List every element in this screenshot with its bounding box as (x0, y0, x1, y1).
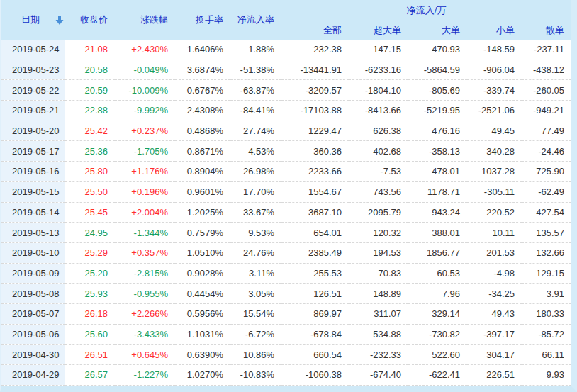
cell-close: 25.93 (65, 284, 115, 304)
cell-all: 2234.87 (281, 385, 349, 392)
table-row[interactable]: 2019-05-21 22.88 -9.992% 2.4308% -84.41%… (1, 101, 571, 121)
table-row[interactable]: 2019-05-23 20.58 -0.049% 3.6874% -51.38%… (1, 60, 571, 80)
cell-large: 980.83 (408, 385, 467, 392)
column-header-date[interactable]: 日期 (1, 0, 65, 40)
column-header-turnover[interactable]: 换手率 (175, 0, 230, 40)
cell-large: 943.24 (408, 202, 467, 223)
cell-inflow-rate: 24.66% (230, 385, 281, 392)
cell-close: 25.50 (65, 181, 115, 202)
fund-flow-panel: 日期 收盘价 涨跌幅 换手率 净流入率 净流入/万 全部 超大单 大单 小单 散… (0, 0, 577, 392)
column-header-super-large[interactable]: 超大单 (349, 21, 408, 40)
column-header-retail[interactable]: 散单 (522, 21, 571, 40)
cell-super-large: 534.88 (349, 324, 408, 345)
cell-turnover: 1.0270% (175, 365, 230, 386)
cell-change: +0.237% (115, 121, 175, 141)
column-header-change[interactable]: 涨跌幅 (115, 0, 175, 40)
cell-super-large: -1804.10 (349, 80, 408, 101)
cell-change: -0.955% (115, 284, 175, 304)
cell-small: -2521.06 (467, 101, 522, 121)
cell-change: -1.227% (115, 365, 175, 386)
cell-retail: 180.33 (522, 303, 571, 324)
column-header-all[interactable]: 全部 (281, 21, 349, 40)
cell-all: 869.97 (281, 303, 349, 324)
cell-retail: 77.49 (522, 121, 571, 141)
cell-close: 26.18 (65, 303, 115, 324)
cell-turnover: 0.9028% (175, 263, 230, 284)
table-row[interactable]: 2019-05-16 25.80 +1.176% 0.8904% 26.98% … (1, 162, 571, 182)
cell-super-large: 1173.12 (349, 385, 408, 392)
cell-inflow-rate: 4.53% (230, 141, 281, 162)
cell-small: 304.17 (467, 345, 522, 365)
cell-turnover: 1.6406% (175, 40, 230, 60)
table-row[interactable]: 2019-05-20 25.42 +0.237% 0.4868% 27.74% … (1, 121, 571, 141)
column-header-inflow-rate[interactable]: 净流入率 (230, 0, 281, 40)
cell-turnover: 3.6874% (175, 60, 230, 80)
cell-small: 340.28 (467, 141, 522, 162)
table-header: 日期 收盘价 涨跌幅 换手率 净流入率 净流入/万 全部 超大单 大单 小单 散… (1, 0, 571, 40)
table-row[interactable]: 2019-05-09 25.20 -2.815% 0.9028% 3.11% 2… (1, 263, 571, 284)
table-row[interactable]: 2019-05-07 26.18 +2.266% 0.5956% 15.54% … (1, 303, 571, 324)
table-row[interactable]: 2019-05-10 25.29 +0.357% 1.0510% 24.76% … (1, 242, 571, 263)
table-row[interactable]: 2019-05-06 25.60 -3.433% 1.1031% -6.72% … (1, 324, 571, 345)
sort-descending-icon[interactable] (55, 16, 64, 25)
cell-large: 7.96 (408, 284, 467, 304)
cell-retail: 66.11 (522, 345, 571, 365)
cell-inflow-rate: 3.05% (230, 284, 281, 304)
cell-retail: -24.46 (522, 141, 571, 162)
cell-retail: 3.91 (522, 284, 571, 304)
cell-change: -1.705% (115, 141, 175, 162)
cell-change: +1.701% (115, 385, 175, 392)
cell-close: 25.20 (65, 263, 115, 284)
table-row[interactable]: 2019-05-14 25.45 +2.004% 1.2025% 33.67% … (1, 202, 571, 223)
cell-all: 232.38 (281, 40, 349, 60)
cell-retail: -86.63 (522, 385, 571, 392)
column-header-close[interactable]: 收盘价 (65, 0, 115, 40)
cell-turnover: 0.4868% (175, 121, 230, 141)
cell-date: 2019-05-06 (1, 324, 65, 345)
cell-small: -397.17 (467, 324, 522, 345)
cell-change: -2.815% (115, 263, 175, 284)
cell-inflow-rate: 9.53% (230, 223, 281, 243)
table-row[interactable]: 2019-05-13 24.95 -1.344% 0.7579% 9.53% 6… (1, 223, 571, 243)
table-row[interactable]: 2019-04-26 26.90 +1.701% 0.9481% 24.66% … (1, 385, 571, 392)
cell-turnover: 0.5956% (175, 303, 230, 324)
cell-inflow-rate: -51.38% (230, 60, 281, 80)
cell-change: -1.344% (115, 223, 175, 243)
cell-small: -148.59 (467, 40, 522, 60)
cell-date: 2019-05-24 (1, 40, 65, 60)
cell-small: 201.53 (467, 242, 522, 263)
fund-flow-table-container: 日期 收盘价 涨跌幅 换手率 净流入率 净流入/万 全部 超大单 大单 小单 散… (1, 0, 571, 386)
cell-small: -4.98 (467, 263, 522, 284)
cell-small: 220.52 (467, 202, 522, 223)
cell-turnover: 0.7579% (175, 223, 230, 243)
cell-small: 167.55 (467, 385, 522, 392)
cell-retail: -260.05 (522, 80, 571, 101)
column-header-large[interactable]: 大单 (408, 21, 467, 40)
cell-small: 226.51 (467, 365, 522, 386)
table-row[interactable]: 2019-05-15 25.50 +0.196% 0.9601% 17.70% … (1, 181, 571, 202)
column-header-date-label: 日期 (21, 13, 40, 26)
cell-close: 24.95 (65, 223, 115, 243)
cell-change: +0.196% (115, 181, 175, 202)
cell-change: -10.009% (115, 80, 175, 101)
cell-large: -358.13 (408, 141, 467, 162)
column-header-small[interactable]: 小单 (467, 21, 522, 40)
table-row[interactable]: 2019-04-29 26.57 -1.227% 1.0270% -10.83%… (1, 365, 571, 386)
cell-super-large: 311.07 (349, 303, 408, 324)
table-row[interactable]: 2019-05-24 21.08 +2.430% 1.6406% 1.88% 2… (1, 40, 571, 60)
cell-large: 329.14 (408, 303, 467, 324)
table-row[interactable]: 2019-05-17 25.36 -1.705% 0.8671% 4.53% 3… (1, 141, 571, 162)
cell-super-large: 148.89 (349, 284, 408, 304)
cell-turnover: 2.4308% (175, 101, 230, 121)
cell-close: 25.80 (65, 162, 115, 182)
cell-retail: -237.11 (522, 40, 571, 60)
cell-super-large: -7.53 (349, 162, 408, 182)
cell-retail: 427.54 (522, 202, 571, 223)
table-row[interactable]: 2019-04-30 26.51 +0.645% 0.6390% 10.86% … (1, 345, 571, 365)
table-row[interactable]: 2019-05-22 20.59 -10.009% 0.6767% -63.87… (1, 80, 571, 101)
table-row[interactable]: 2019-05-08 25.93 -0.955% 0.4454% 3.05% 1… (1, 284, 571, 304)
cell-large: 478.01 (408, 162, 467, 182)
cell-date: 2019-05-09 (1, 263, 65, 284)
cell-all: 654.01 (281, 223, 349, 243)
cell-inflow-rate: 1.88% (230, 40, 281, 60)
